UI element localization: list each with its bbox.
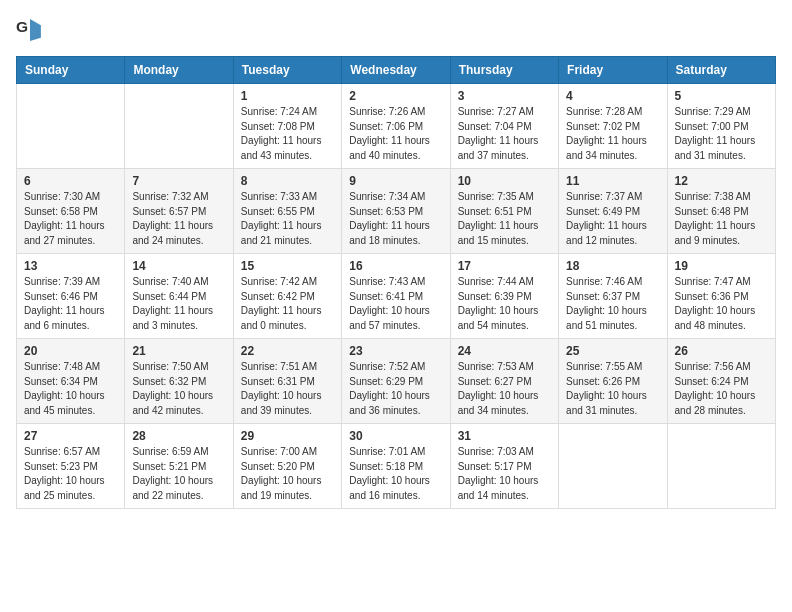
day-info: Sunrise: 7:50 AMSunset: 6:32 PMDaylight:… bbox=[132, 360, 225, 418]
day-number: 13 bbox=[24, 259, 117, 273]
calendar-cell: 2Sunrise: 7:26 AMSunset: 7:06 PMDaylight… bbox=[342, 84, 450, 169]
calendar-header-row: SundayMondayTuesdayWednesdayThursdayFrid… bbox=[17, 57, 776, 84]
calendar-cell: 3Sunrise: 7:27 AMSunset: 7:04 PMDaylight… bbox=[450, 84, 558, 169]
calendar-week-3: 13Sunrise: 7:39 AMSunset: 6:46 PMDayligh… bbox=[17, 254, 776, 339]
header-saturday: Saturday bbox=[667, 57, 775, 84]
day-info: Sunrise: 7:26 AMSunset: 7:06 PMDaylight:… bbox=[349, 105, 442, 163]
calendar-cell: 22Sunrise: 7:51 AMSunset: 6:31 PMDayligh… bbox=[233, 339, 341, 424]
calendar-cell: 27Sunrise: 6:57 AMSunset: 5:23 PMDayligh… bbox=[17, 424, 125, 509]
calendar-cell bbox=[125, 84, 233, 169]
calendar-cell: 13Sunrise: 7:39 AMSunset: 6:46 PMDayligh… bbox=[17, 254, 125, 339]
calendar-cell bbox=[17, 84, 125, 169]
day-number: 31 bbox=[458, 429, 551, 443]
calendar-week-4: 20Sunrise: 7:48 AMSunset: 6:34 PMDayligh… bbox=[17, 339, 776, 424]
calendar-cell: 9Sunrise: 7:34 AMSunset: 6:53 PMDaylight… bbox=[342, 169, 450, 254]
day-info: Sunrise: 7:37 AMSunset: 6:49 PMDaylight:… bbox=[566, 190, 659, 248]
day-info: Sunrise: 7:28 AMSunset: 7:02 PMDaylight:… bbox=[566, 105, 659, 163]
calendar-cell: 16Sunrise: 7:43 AMSunset: 6:41 PMDayligh… bbox=[342, 254, 450, 339]
calendar-week-5: 27Sunrise: 6:57 AMSunset: 5:23 PMDayligh… bbox=[17, 424, 776, 509]
calendar-week-1: 1Sunrise: 7:24 AMSunset: 7:08 PMDaylight… bbox=[17, 84, 776, 169]
calendar-cell: 23Sunrise: 7:52 AMSunset: 6:29 PMDayligh… bbox=[342, 339, 450, 424]
day-info: Sunrise: 7:38 AMSunset: 6:48 PMDaylight:… bbox=[675, 190, 768, 248]
day-info: Sunrise: 7:24 AMSunset: 7:08 PMDaylight:… bbox=[241, 105, 334, 163]
calendar-week-2: 6Sunrise: 7:30 AMSunset: 6:58 PMDaylight… bbox=[17, 169, 776, 254]
header-wednesday: Wednesday bbox=[342, 57, 450, 84]
logo-icon: G bbox=[16, 16, 44, 44]
header-monday: Monday bbox=[125, 57, 233, 84]
day-info: Sunrise: 7:52 AMSunset: 6:29 PMDaylight:… bbox=[349, 360, 442, 418]
day-number: 2 bbox=[349, 89, 442, 103]
day-info: Sunrise: 7:48 AMSunset: 6:34 PMDaylight:… bbox=[24, 360, 117, 418]
calendar-cell: 21Sunrise: 7:50 AMSunset: 6:32 PMDayligh… bbox=[125, 339, 233, 424]
day-number: 19 bbox=[675, 259, 768, 273]
calendar-cell: 11Sunrise: 7:37 AMSunset: 6:49 PMDayligh… bbox=[559, 169, 667, 254]
day-number: 18 bbox=[566, 259, 659, 273]
day-number: 25 bbox=[566, 344, 659, 358]
day-info: Sunrise: 7:00 AMSunset: 5:20 PMDaylight:… bbox=[241, 445, 334, 503]
calendar-cell bbox=[559, 424, 667, 509]
header-sunday: Sunday bbox=[17, 57, 125, 84]
day-number: 23 bbox=[349, 344, 442, 358]
day-number: 12 bbox=[675, 174, 768, 188]
day-number: 30 bbox=[349, 429, 442, 443]
day-number: 4 bbox=[566, 89, 659, 103]
day-info: Sunrise: 7:29 AMSunset: 7:00 PMDaylight:… bbox=[675, 105, 768, 163]
calendar-cell: 1Sunrise: 7:24 AMSunset: 7:08 PMDaylight… bbox=[233, 84, 341, 169]
day-info: Sunrise: 7:53 AMSunset: 6:27 PMDaylight:… bbox=[458, 360, 551, 418]
calendar-cell: 8Sunrise: 7:33 AMSunset: 6:55 PMDaylight… bbox=[233, 169, 341, 254]
calendar-cell: 5Sunrise: 7:29 AMSunset: 7:00 PMDaylight… bbox=[667, 84, 775, 169]
calendar-cell: 30Sunrise: 7:01 AMSunset: 5:18 PMDayligh… bbox=[342, 424, 450, 509]
day-number: 9 bbox=[349, 174, 442, 188]
calendar-cell: 14Sunrise: 7:40 AMSunset: 6:44 PMDayligh… bbox=[125, 254, 233, 339]
day-number: 16 bbox=[349, 259, 442, 273]
day-info: Sunrise: 7:34 AMSunset: 6:53 PMDaylight:… bbox=[349, 190, 442, 248]
day-number: 22 bbox=[241, 344, 334, 358]
day-number: 26 bbox=[675, 344, 768, 358]
day-number: 3 bbox=[458, 89, 551, 103]
day-number: 6 bbox=[24, 174, 117, 188]
calendar-cell: 10Sunrise: 7:35 AMSunset: 6:51 PMDayligh… bbox=[450, 169, 558, 254]
day-number: 15 bbox=[241, 259, 334, 273]
day-info: Sunrise: 7:32 AMSunset: 6:57 PMDaylight:… bbox=[132, 190, 225, 248]
day-info: Sunrise: 7:47 AMSunset: 6:36 PMDaylight:… bbox=[675, 275, 768, 333]
calendar-cell bbox=[667, 424, 775, 509]
day-info: Sunrise: 7:56 AMSunset: 6:24 PMDaylight:… bbox=[675, 360, 768, 418]
day-info: Sunrise: 7:42 AMSunset: 6:42 PMDaylight:… bbox=[241, 275, 334, 333]
day-number: 24 bbox=[458, 344, 551, 358]
day-info: Sunrise: 7:44 AMSunset: 6:39 PMDaylight:… bbox=[458, 275, 551, 333]
day-number: 17 bbox=[458, 259, 551, 273]
day-info: Sunrise: 7:03 AMSunset: 5:17 PMDaylight:… bbox=[458, 445, 551, 503]
day-number: 28 bbox=[132, 429, 225, 443]
calendar-table: SundayMondayTuesdayWednesdayThursdayFrid… bbox=[16, 56, 776, 509]
svg-marker-1 bbox=[30, 19, 41, 41]
day-number: 20 bbox=[24, 344, 117, 358]
calendar-cell: 28Sunrise: 6:59 AMSunset: 5:21 PMDayligh… bbox=[125, 424, 233, 509]
day-number: 7 bbox=[132, 174, 225, 188]
day-number: 29 bbox=[241, 429, 334, 443]
day-number: 8 bbox=[241, 174, 334, 188]
logo: G bbox=[16, 16, 48, 44]
calendar-cell: 18Sunrise: 7:46 AMSunset: 6:37 PMDayligh… bbox=[559, 254, 667, 339]
day-info: Sunrise: 7:27 AMSunset: 7:04 PMDaylight:… bbox=[458, 105, 551, 163]
day-info: Sunrise: 7:01 AMSunset: 5:18 PMDaylight:… bbox=[349, 445, 442, 503]
calendar-cell: 7Sunrise: 7:32 AMSunset: 6:57 PMDaylight… bbox=[125, 169, 233, 254]
day-number: 21 bbox=[132, 344, 225, 358]
calendar-cell: 24Sunrise: 7:53 AMSunset: 6:27 PMDayligh… bbox=[450, 339, 558, 424]
calendar-cell: 29Sunrise: 7:00 AMSunset: 5:20 PMDayligh… bbox=[233, 424, 341, 509]
day-info: Sunrise: 7:55 AMSunset: 6:26 PMDaylight:… bbox=[566, 360, 659, 418]
day-number: 27 bbox=[24, 429, 117, 443]
page-header: G bbox=[16, 16, 776, 44]
day-info: Sunrise: 6:57 AMSunset: 5:23 PMDaylight:… bbox=[24, 445, 117, 503]
day-number: 14 bbox=[132, 259, 225, 273]
day-number: 10 bbox=[458, 174, 551, 188]
day-number: 11 bbox=[566, 174, 659, 188]
day-info: Sunrise: 7:39 AMSunset: 6:46 PMDaylight:… bbox=[24, 275, 117, 333]
calendar-cell: 12Sunrise: 7:38 AMSunset: 6:48 PMDayligh… bbox=[667, 169, 775, 254]
calendar-cell: 15Sunrise: 7:42 AMSunset: 6:42 PMDayligh… bbox=[233, 254, 341, 339]
calendar-cell: 17Sunrise: 7:44 AMSunset: 6:39 PMDayligh… bbox=[450, 254, 558, 339]
day-info: Sunrise: 7:46 AMSunset: 6:37 PMDaylight:… bbox=[566, 275, 659, 333]
calendar-cell: 20Sunrise: 7:48 AMSunset: 6:34 PMDayligh… bbox=[17, 339, 125, 424]
calendar-cell: 31Sunrise: 7:03 AMSunset: 5:17 PMDayligh… bbox=[450, 424, 558, 509]
day-info: Sunrise: 7:33 AMSunset: 6:55 PMDaylight:… bbox=[241, 190, 334, 248]
calendar-cell: 25Sunrise: 7:55 AMSunset: 6:26 PMDayligh… bbox=[559, 339, 667, 424]
